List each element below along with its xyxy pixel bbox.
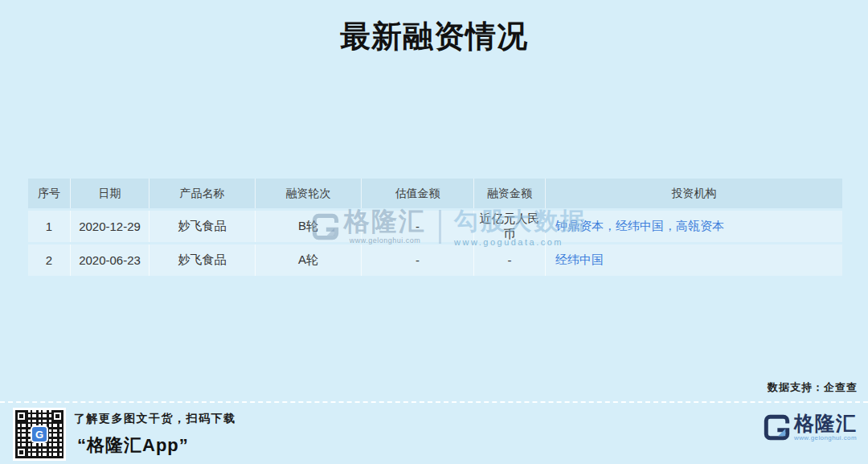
table-header-row: 序号 日期 产品名称 融资轮次 估值金额 融资金额 投资机构 (28, 179, 842, 208)
gelonghui-logo: 格隆汇 www.gelonghui.com (764, 413, 857, 441)
gelonghui-g-icon (764, 414, 790, 441)
cell-product: 妙飞食品 (149, 244, 255, 276)
column-header-product: 产品名称 (149, 179, 255, 208)
cell-no: 2 (28, 244, 70, 276)
footer-brand-url: www.gelonghui.com (794, 434, 857, 441)
data-support-note: 数据支持：企查查 (768, 380, 858, 395)
column-header-investors: 投资机构 (545, 179, 842, 208)
cell-no: 1 (28, 211, 70, 242)
financing-table: 序号 日期 产品名称 融资轮次 估值金额 融资金额 投资机构 1 2020-12… (28, 179, 842, 276)
column-header-valuation: 估值金额 (361, 179, 473, 208)
cell-date: 2020-12-29 (70, 211, 149, 242)
qr-center-logo: G (31, 425, 48, 443)
cell-valuation: - (361, 211, 473, 242)
cell-investors: 经纬中国 (545, 244, 842, 276)
cell-valuation: - (361, 244, 473, 276)
cell-amount: 近亿元人民币 (473, 211, 545, 242)
qr-finder-icon (51, 410, 63, 422)
column-header-no: 序号 (28, 179, 70, 208)
cell-round: A轮 (255, 244, 361, 276)
footer-app-name: “格隆汇App” (74, 433, 236, 458)
qr-finder-icon (15, 410, 27, 422)
cell-product: 妙飞食品 (149, 211, 255, 242)
column-header-date: 日期 (70, 179, 149, 208)
qr-finder-icon (15, 446, 27, 458)
cell-investors: 钟鼎资本，经纬中国，高瓴资本 (545, 211, 842, 242)
column-header-round: 融资轮次 (255, 179, 361, 208)
footer-brand-name: 格隆汇 (794, 413, 857, 433)
cell-date: 2020-06-23 (70, 244, 149, 276)
qr-code: G (13, 408, 66, 461)
table-row: 1 2020-12-29 妙飞食品 B轮 - 近亿元人民币 钟鼎资本，经纬中国，… (28, 211, 842, 242)
table-row: 2 2020-06-23 妙飞食品 A轮 - - 经纬中国 (28, 244, 842, 276)
column-header-amount: 融资金额 (473, 179, 545, 208)
cell-amount: - (473, 244, 545, 276)
cell-round: B轮 (255, 211, 361, 242)
footer: G 了解更多图文干货，扫码下载 “格隆汇App” 格隆汇 www.gelongh… (0, 401, 868, 464)
footer-promo-text: 了解更多图文干货，扫码下载 (74, 412, 236, 426)
page-title: 最新融资情况 (0, 16, 868, 57)
